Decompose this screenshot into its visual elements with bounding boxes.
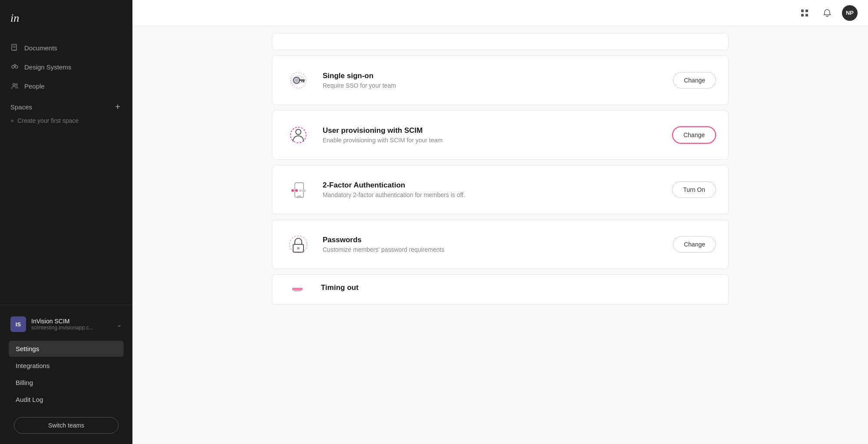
audit-log-label: Audit Log — [16, 396, 43, 403]
scim-description: Enable provisioning with SCIM for your t… — [323, 137, 662, 144]
scim-action: Change — [672, 126, 716, 144]
2fa-content: 2-Factor Authentication Mandatory 2-fact… — [323, 181, 662, 198]
svg-rect-13 — [805, 14, 808, 16]
svg-rect-29 — [302, 190, 306, 192]
sidebar-item-billing[interactable]: Billing — [9, 375, 124, 391]
sidebar-menu: Settings Integrations Billing Audit Log — [7, 336, 125, 412]
sidebar-nav: Documents Design Systems — [0, 35, 132, 305]
billing-label: Billing — [16, 379, 33, 386]
svg-rect-25 — [297, 196, 301, 197]
svg-rect-11 — [805, 10, 808, 12]
sso-content: Single sign-on Require SSO for your team — [323, 72, 663, 89]
user-avatar[interactable]: NP — [842, 5, 858, 21]
svg-rect-34 — [294, 290, 301, 292]
sso-change-button[interactable]: Change — [673, 72, 716, 89]
2fa-title: 2-Factor Authentication — [323, 181, 662, 190]
sidebar: in Documents Design — [0, 0, 132, 444]
passwords-title: Passwords — [323, 236, 663, 244]
sso-icon — [284, 66, 312, 94]
bell-icon[interactable] — [819, 5, 835, 21]
settings-card-timeout: Timing out — [272, 274, 729, 305]
spaces-label: Spaces — [10, 103, 32, 111]
create-space-label: Create your first space — [17, 117, 79, 124]
settings-content: Single sign-on Require SSO for your team… — [132, 26, 868, 444]
sidebar-item-people[interactable]: People — [0, 76, 132, 95]
scim-title: User provisioning with SCIM — [323, 126, 662, 135]
svg-rect-19 — [303, 81, 304, 82]
sidebar-item-settings[interactable]: Settings — [9, 341, 124, 357]
2fa-icon — [284, 176, 312, 204]
svg-point-9 — [16, 84, 17, 86]
sidebar-item-documents-label: Documents — [24, 44, 57, 52]
passwords-action: Change — [673, 236, 716, 253]
svg-text:in: in — [10, 12, 19, 24]
svg-point-26 — [291, 189, 294, 192]
chevron-down-icon: ⌄ — [116, 320, 122, 329]
svg-rect-10 — [801, 10, 804, 12]
settings-card-passwords: Passwords Customize members' password re… — [272, 220, 729, 269]
passwords-change-button[interactable]: Change — [673, 236, 716, 253]
topbar: NP — [132, 0, 868, 26]
plus-small-icon: + — [10, 117, 14, 124]
svg-point-7 — [14, 64, 16, 66]
sidebar-item-people-label: People — [24, 82, 45, 90]
svg-rect-2 — [13, 49, 17, 51]
sso-action: Change — [673, 72, 716, 89]
logo[interactable]: in — [0, 0, 132, 35]
design-systems-icon — [10, 62, 19, 71]
passwords-icon — [284, 230, 312, 258]
svg-point-8 — [13, 84, 15, 86]
settings-card-2fa: 2-Factor Authentication Mandatory 2-fact… — [272, 165, 729, 214]
sso-title: Single sign-on — [323, 72, 663, 80]
spaces-header[interactable]: Spaces + — [10, 102, 122, 111]
scim-content: User provisioning with SCIM Enable provi… — [323, 126, 662, 144]
timeout-icon — [284, 283, 310, 301]
settings-list: Single sign-on Require SSO for your team… — [261, 26, 739, 317]
sidebar-bottom: IS InVision SCIM scimtesting.invisionapp… — [0, 305, 132, 444]
passwords-content: Passwords Customize members' password re… — [323, 236, 663, 253]
main-area: NP — [132, 0, 868, 444]
scim-change-button[interactable]: Change — [672, 126, 716, 144]
2fa-description: Mandatory 2-factor authentication for me… — [323, 191, 662, 198]
svg-rect-33 — [292, 288, 303, 290]
sidebar-item-documents[interactable]: Documents — [0, 38, 132, 57]
svg-point-27 — [295, 189, 298, 192]
settings-card-scim: User provisioning with SCIM Enable provi… — [272, 110, 729, 160]
settings-card-sso: Single sign-on Require SSO for your team… — [272, 56, 729, 105]
2fa-action: Turn On — [672, 181, 716, 198]
svg-point-28 — [299, 189, 302, 192]
svg-point-31 — [297, 247, 300, 250]
svg-rect-18 — [299, 79, 305, 81]
apps-grid-icon[interactable] — [797, 5, 812, 21]
settings-card-top-partial — [272, 33, 729, 50]
timeout-content: Timing out — [321, 283, 716, 294]
team-info: InVision SCIM scimtesting.invisionapp.c.… — [31, 318, 111, 331]
settings-label: Settings — [16, 345, 39, 352]
sidebar-item-design-systems-label: Design Systems — [24, 63, 71, 71]
svg-rect-12 — [801, 14, 804, 16]
svg-point-23 — [296, 129, 301, 135]
switch-teams-button[interactable]: Switch teams — [14, 417, 119, 434]
svg-rect-20 — [301, 81, 303, 82]
team-selector[interactable]: IS InVision SCIM scimtesting.invisionapp… — [7, 312, 125, 336]
svg-point-5 — [12, 66, 14, 68]
team-avatar: IS — [10, 316, 26, 332]
timeout-title: Timing out — [321, 283, 716, 292]
team-url: scimtesting.invisionapp.c... — [31, 325, 111, 331]
spaces-section: Spaces + + Create your first space — [0, 95, 132, 130]
sidebar-item-design-systems[interactable]: Design Systems — [0, 57, 132, 76]
svg-point-17 — [295, 79, 298, 82]
svg-point-6 — [15, 66, 18, 68]
integrations-label: Integrations — [16, 362, 50, 369]
people-icon — [10, 82, 19, 90]
document-icon — [10, 43, 19, 52]
sidebar-item-audit-log[interactable]: Audit Log — [9, 391, 124, 408]
sso-description: Require SSO for your team — [323, 82, 663, 89]
sidebar-item-integrations[interactable]: Integrations — [9, 358, 124, 374]
create-first-space[interactable]: + Create your first space — [10, 115, 122, 127]
passwords-description: Customize members' password requirements — [323, 246, 663, 253]
2fa-turnon-button[interactable]: Turn On — [672, 181, 716, 198]
add-space-icon[interactable]: + — [113, 102, 122, 111]
scim-icon — [284, 121, 312, 149]
team-name: InVision SCIM — [31, 318, 111, 325]
